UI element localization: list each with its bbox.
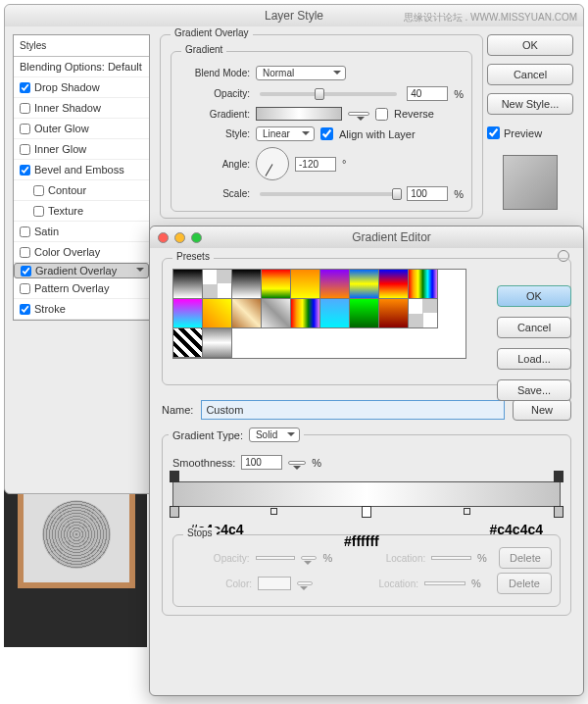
smooth-input[interactable]: 100	[241, 455, 282, 470]
style-item-contour[interactable]: Contour	[14, 180, 149, 201]
stop-opacity-input[interactable]	[256, 556, 296, 560]
scale-input[interactable]: 100	[407, 186, 448, 201]
zoom-icon[interactable]	[191, 232, 202, 243]
preset-swatch[interactable]	[350, 299, 379, 328]
preview-checkbox[interactable]	[487, 126, 500, 139]
color-stop[interactable]	[554, 506, 564, 518]
preset-swatch[interactable]	[409, 299, 438, 328]
style-item-gradient-overlay[interactable]: Gradient Overlay	[14, 263, 149, 278]
ge-load-button[interactable]: Load...	[497, 348, 571, 370]
style-item-stroke[interactable]: Stroke	[14, 299, 149, 320]
preset-grid	[172, 269, 466, 359]
color-stop[interactable]	[170, 506, 179, 518]
stop-opacity-menu[interactable]	[301, 556, 317, 560]
ok-button[interactable]: OK	[487, 34, 573, 56]
midpoint-icon[interactable]	[464, 508, 470, 515]
gradient-swatch[interactable]	[256, 107, 342, 121]
type-select[interactable]: Solid	[249, 427, 300, 442]
style-checkbox[interactable]	[20, 124, 30, 134]
style-checkbox[interactable]	[20, 226, 30, 237]
smooth-menu[interactable]	[288, 461, 306, 465]
minimize-icon[interactable]	[174, 232, 185, 243]
style-checkbox[interactable]	[20, 82, 30, 93]
ge-cancel-button[interactable]: Cancel	[497, 317, 571, 338]
preset-swatch[interactable]	[291, 270, 320, 299]
style-checkbox[interactable]	[20, 247, 30, 258]
stop-location-label: Location:	[358, 553, 426, 564]
preset-swatch[interactable]	[320, 299, 350, 328]
style-checkbox[interactable]	[20, 283, 30, 294]
ge-new-button[interactable]: New	[513, 399, 571, 421]
style-item-bevel-and-emboss[interactable]: Bevel and Emboss	[14, 160, 149, 180]
color-stop[interactable]	[362, 506, 371, 518]
preset-swatch[interactable]	[350, 270, 379, 299]
stop-color-menu[interactable]	[297, 581, 313, 585]
name-label: Name:	[162, 404, 193, 416]
new-style-button[interactable]: New Style...	[487, 93, 573, 115]
style-item-color-overlay[interactable]: Color Overlay	[14, 242, 149, 263]
scale-slider[interactable]	[260, 192, 397, 196]
style-item-drop-shadow[interactable]: Drop Shadow	[14, 77, 149, 98]
preset-swatch[interactable]	[232, 270, 262, 299]
style-item-satin[interactable]: Satin	[14, 222, 149, 242]
preset-swatch[interactable]	[409, 270, 438, 299]
preset-swatch[interactable]	[173, 299, 203, 328]
align-checkbox[interactable]	[320, 127, 333, 140]
opacity-stop[interactable]	[554, 471, 564, 482]
stop-color-swatch[interactable]	[258, 577, 291, 590]
style-item-inner-shadow[interactable]: Inner Shadow	[14, 98, 149, 119]
gradient-type-group: Gradient Type: Solid Smoothness: 100 % #…	[162, 434, 571, 616]
delete-color-stop-button[interactable]: Delete	[497, 573, 552, 594]
blend-mode-label: Blend Mode:	[179, 68, 250, 78]
opacity-input[interactable]: 40	[407, 86, 448, 101]
opacity-slider[interactable]	[260, 92, 397, 96]
gradient-bar[interactable]	[172, 481, 561, 507]
styles-header[interactable]: Styles	[14, 35, 149, 57]
style-checkbox[interactable]	[21, 266, 31, 277]
style-item-texture[interactable]: Texture	[14, 201, 149, 222]
preset-swatch[interactable]	[379, 270, 409, 299]
preset-swatch[interactable]	[203, 270, 232, 299]
style-checkbox[interactable]	[20, 165, 30, 176]
angle-dial[interactable]	[256, 147, 289, 180]
ge-ok-button[interactable]: OK	[497, 285, 571, 307]
name-input[interactable]	[201, 400, 505, 420]
titlebar[interactable]: Gradient Editor	[150, 226, 583, 248]
style-checkbox[interactable]	[20, 103, 30, 114]
preset-swatch[interactable]	[232, 299, 262, 328]
delete-opacity-stop-button[interactable]: Delete	[499, 547, 552, 569]
cancel-button[interactable]: Cancel	[487, 64, 573, 85]
blend-mode-select[interactable]: Normal	[256, 66, 346, 80]
preset-swatch[interactable]	[262, 299, 291, 328]
reverse-checkbox[interactable]	[375, 108, 388, 121]
style-checkbox[interactable]	[20, 144, 30, 155]
style-item-pattern-overlay[interactable]: Pattern Overlay	[14, 278, 149, 299]
stops-group: Stops Opacity: % Location: % Delete Colo…	[172, 534, 561, 607]
preset-swatch[interactable]	[291, 299, 320, 328]
preset-swatch[interactable]	[173, 328, 203, 358]
stop-location2-input[interactable]	[424, 581, 466, 585]
style-checkbox[interactable]	[33, 185, 44, 196]
gradient-menu[interactable]	[348, 112, 369, 116]
angle-input[interactable]: -120	[295, 157, 336, 172]
style-select[interactable]: Linear	[256, 126, 315, 141]
preset-swatch[interactable]	[203, 328, 232, 358]
style-checkbox[interactable]	[20, 304, 30, 315]
style-item-inner-glow[interactable]: Inner Glow	[14, 139, 149, 160]
gradient-label: Gradient:	[179, 109, 250, 120]
midpoint-icon[interactable]	[270, 508, 277, 515]
close-icon[interactable]	[158, 232, 169, 243]
preset-swatch[interactable]	[379, 299, 409, 328]
blending-options-default[interactable]: Blending Options: Default	[14, 57, 149, 77]
stop-location-input[interactable]	[431, 556, 471, 560]
preset-swatch[interactable]	[173, 270, 203, 299]
type-label: Gradient Type:	[172, 429, 243, 441]
preset-swatch[interactable]	[262, 270, 291, 299]
ge-save-button[interactable]: Save...	[497, 379, 571, 401]
opacity-stop[interactable]	[170, 471, 179, 482]
smooth-label: Smoothness:	[172, 457, 235, 469]
style-item-outer-glow[interactable]: Outer Glow	[14, 119, 149, 139]
style-checkbox[interactable]	[33, 206, 44, 217]
preset-swatch[interactable]	[320, 270, 350, 299]
preset-swatch[interactable]	[203, 299, 232, 328]
